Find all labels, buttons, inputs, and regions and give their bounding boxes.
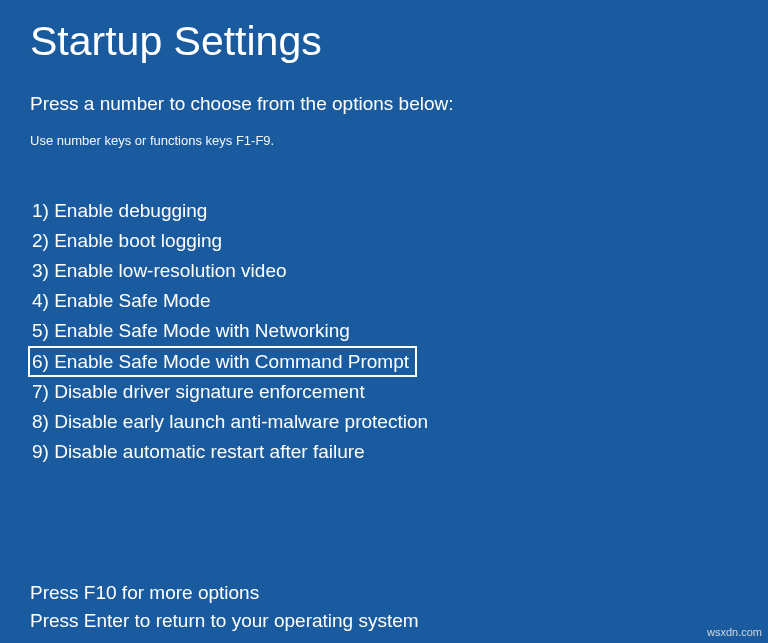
subtitle: Press a number to choose from the option… — [30, 93, 738, 115]
footer-more-options: Press F10 for more options — [30, 579, 738, 607]
option-item-3: 3) Enable low-resolution video — [30, 256, 291, 286]
option-row-9[interactable]: 9) Disable automatic restart after failu… — [30, 437, 738, 467]
footer-return: Press Enter to return to your operating … — [30, 607, 738, 635]
startup-settings-screen: Startup Settings Press a number to choos… — [0, 0, 768, 643]
option-row-7[interactable]: 7) Disable driver signature enforcement — [30, 377, 738, 407]
option-row-3[interactable]: 3) Enable low-resolution video — [30, 256, 738, 286]
option-row-4[interactable]: 4) Enable Safe Mode — [30, 286, 738, 316]
option-item-9: 9) Disable automatic restart after failu… — [30, 437, 369, 467]
option-item-8: 8) Disable early launch anti-malware pro… — [30, 407, 432, 437]
option-item-7: 7) Disable driver signature enforcement — [30, 377, 369, 407]
option-item-6: 6) Enable Safe Mode with Command Prompt — [28, 346, 417, 377]
option-row-8[interactable]: 8) Disable early launch anti-malware pro… — [30, 407, 738, 437]
option-item-2: 2) Enable boot logging — [30, 226, 226, 256]
options-list: 1) Enable debugging2) Enable boot loggin… — [30, 196, 738, 467]
option-row-6[interactable]: 6) Enable Safe Mode with Command Prompt — [30, 346, 738, 377]
option-row-1[interactable]: 1) Enable debugging — [30, 196, 738, 226]
option-item-1: 1) Enable debugging — [30, 196, 211, 226]
option-row-2[interactable]: 2) Enable boot logging — [30, 226, 738, 256]
watermark: wsxdn.com — [707, 626, 762, 638]
page-title: Startup Settings — [30, 18, 738, 65]
option-item-4: 4) Enable Safe Mode — [30, 286, 215, 316]
option-row-5[interactable]: 5) Enable Safe Mode with Networking — [30, 316, 738, 346]
option-item-5: 5) Enable Safe Mode with Networking — [30, 316, 354, 346]
key-instruction: Use number keys or functions keys F1-F9. — [30, 133, 738, 148]
